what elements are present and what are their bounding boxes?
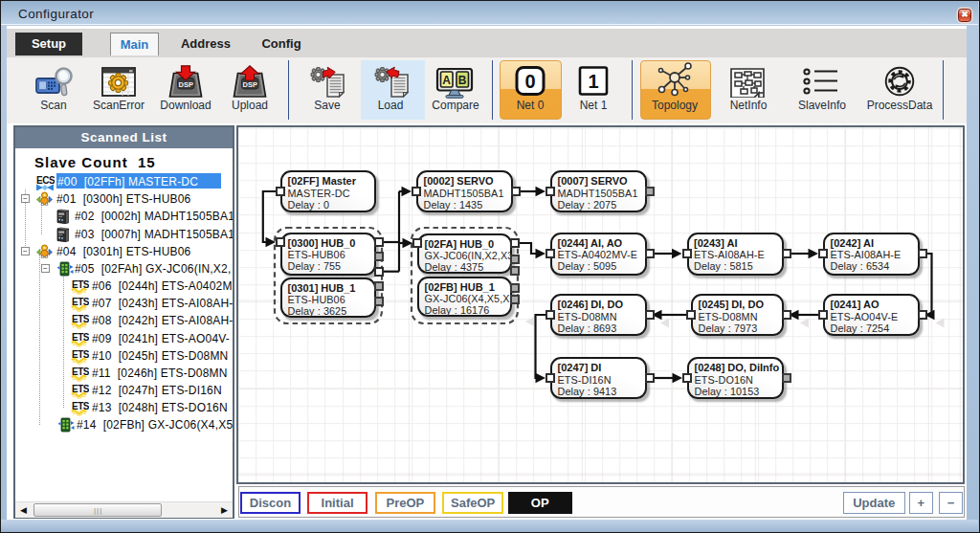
svg-text:0: 0 — [524, 71, 535, 92]
svg-text:DSP: DSP — [178, 80, 192, 89]
svg-text:B: B — [458, 74, 467, 87]
svg-text:ECS: ECS — [36, 175, 55, 186]
svg-text:DSP: DSP — [242, 80, 256, 89]
svg-text:A: A — [442, 74, 451, 87]
svg-text:1: 1 — [588, 71, 598, 92]
